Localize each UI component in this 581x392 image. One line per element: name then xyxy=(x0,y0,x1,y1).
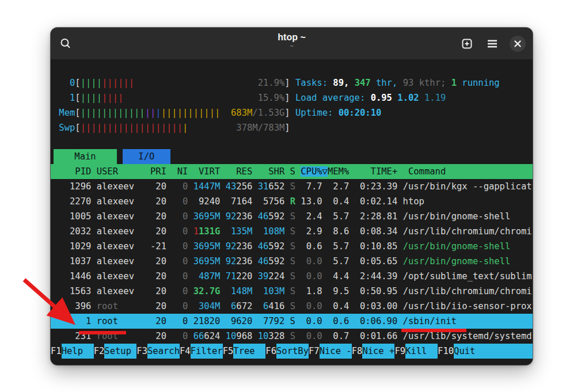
swp-meter-line: Swp[|||||||||||||||||||| 378M/783M] xyxy=(51,120,533,135)
process-row-pid-2270[interactable]: 2270 alexeev 20 0 9240 7164 5756 R 13.0 … xyxy=(51,194,533,209)
new-tab-button[interactable] xyxy=(459,36,475,52)
fkey-action-kill[interactable]: Kill xyxy=(405,344,438,359)
process-table-header[interactable]: PID USER PRI NI VIRT RES SHR S CPU%▽MEM%… xyxy=(51,164,533,179)
fkey-label-f2: F2 xyxy=(94,344,105,359)
fkey-action-quit[interactable]: Quit xyxy=(454,344,533,359)
tab-main[interactable]: Main xyxy=(54,149,117,164)
screen-tabs: Main I/O xyxy=(51,149,533,164)
fkey-label-f4: F4 xyxy=(180,344,191,359)
process-row-pid-1037[interactable]: 1037 alexeev 20 0 3695M 92236 46592 S 0.… xyxy=(51,254,533,269)
fkey-label-f6: F6 xyxy=(265,344,276,359)
process-row-pid-1005[interactable]: 1005 alexeev 20 0 3695M 92236 46592 S 2.… xyxy=(51,209,533,224)
cpu1-meter-line: 1[|||||||| 15.9%] Load average: 0.95 1.0… xyxy=(51,90,533,105)
fkey-action-nice-[interactable]: Nice + xyxy=(362,344,394,359)
process-row-pid-1563[interactable]: 1563 alexeev 20 0 32.7G 148M 103M S 1.8 … xyxy=(51,284,533,299)
mem-meter-line: Mem[|||||||||||||||||||||||||| 683M/1.53… xyxy=(51,105,533,120)
fkey-label-f8: F8 xyxy=(352,344,363,359)
close-icon xyxy=(514,40,521,47)
search-icon xyxy=(59,37,72,50)
fkey-label-f7: F7 xyxy=(309,344,320,359)
cpu0-meter-line: 0[|||||||||| 21.9%] Tasks: 89, 347 thr, … xyxy=(51,75,533,90)
process-table-body: 1296 alexeev 20 0 1447M 43256 31652 S 7.… xyxy=(51,179,533,344)
terminal-window: htop ~ ~ xyxy=(51,28,533,365)
meters-panel: 0[|||||||||| 21.9%] Tasks: 89, 347 thr, … xyxy=(51,75,533,135)
process-row-pid-1296[interactable]: 1296 alexeev 20 0 1447M 43256 31652 S 7.… xyxy=(51,179,533,194)
close-button[interactable] xyxy=(510,36,526,52)
fkey-action-filter[interactable]: Filter xyxy=(191,344,223,359)
process-row-pid-396[interactable]: 396 root 20 0 304M 6672 6416 S 0.0 0.4 0… xyxy=(51,299,533,314)
hamburger-menu-icon xyxy=(487,39,498,48)
new-tab-icon xyxy=(461,37,473,50)
fkey-label-f9: F9 xyxy=(394,344,405,359)
fkey-label-f10: F10 xyxy=(438,344,454,359)
process-row-pid-1446[interactable]: 1446 alexeev 20 0 487M 71220 39224 S 0.0… xyxy=(51,269,533,284)
fkey-label-f3: F3 xyxy=(136,344,147,359)
fkey-action-tree[interactable]: Tree xyxy=(233,344,265,359)
header-columns-right: MEM% TIME+ Command xyxy=(328,166,446,177)
fkey-action-sortby[interactable]: SortBy xyxy=(276,344,309,359)
process-row-pid-1[interactable]: 1 root 20 0 21820 9620 7792 S 0.0 0.6 0:… xyxy=(51,314,533,329)
sort-column-cpu[interactable]: CPU%▽ xyxy=(301,166,328,177)
fkey-label-f5: F5 xyxy=(223,344,234,359)
fkey-action-search[interactable]: Search xyxy=(147,344,180,359)
tab-io[interactable]: I/O xyxy=(123,149,170,164)
process-row-pid-1029[interactable]: 1029 alexeev -21 0 3695M 92236 46592 S 0… xyxy=(51,239,533,254)
process-row-pid-231[interactable]: 231 root 20 0 66624 10968 10328 S 0.0 0.… xyxy=(51,329,533,344)
terminal-screen[interactable]: 0[|||||||||| 21.9%] Tasks: 89, 347 thr, … xyxy=(51,59,533,359)
menu-button[interactable] xyxy=(484,36,500,52)
fkey-action-setup[interactable]: Setup xyxy=(104,344,136,359)
fkey-label-f1: F1 xyxy=(51,344,62,359)
header-columns-left: PID USER PRI NI VIRT RES SHR S xyxy=(54,166,301,177)
fkey-action-nice-[interactable]: Nice - xyxy=(320,344,352,359)
function-key-bar: F1Help F2Setup F3SearchF4FilterF5Tree F6… xyxy=(51,344,533,359)
process-row-pid-2032[interactable]: 2032 alexeev 20 0 1131G 135M 108M S 2.9 … xyxy=(51,224,533,239)
titlebar: htop ~ ~ xyxy=(51,28,533,59)
search-button[interactable] xyxy=(58,36,74,52)
fkey-action-help[interactable]: Help xyxy=(62,344,94,359)
